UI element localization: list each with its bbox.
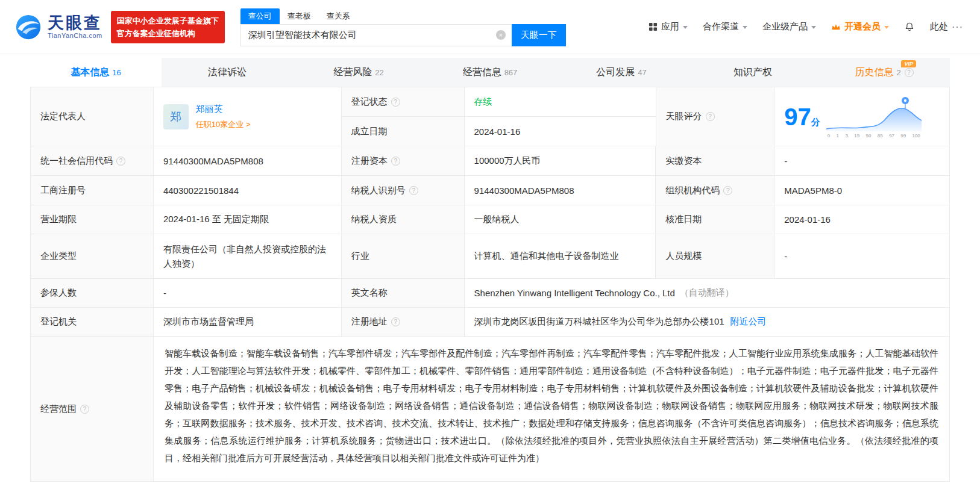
question-icon[interactable] [391,98,400,107]
paid-capital-value: - [774,146,949,176]
table-row: 工商注册号 440300221501844 纳税人识别号 91440300MAD… [31,176,949,205]
reg-number-label: 工商注册号 [31,176,154,205]
score-label: 天眼评分 [656,87,775,146]
question-icon[interactable] [409,186,418,195]
table-row: 参保人数 - 英文名称 Shenzhen Yinwang Intelligent… [31,279,949,308]
reg-authority-label: 登记机关 [31,308,154,337]
gov-certification-badge: 国家中小企业发展子基金旗下 官方备案企业征信机构 [111,11,225,43]
legal-rep-name-link[interactable]: 郑丽英 [196,104,251,115]
legal-rep-positions-link[interactable]: 任职10家企业 > [196,119,251,130]
tab-company-development[interactable]: 公司发展 47 [556,58,687,87]
nav-enterprise-label: 企业级产品 [762,21,808,33]
industry-label: 行业 [342,234,465,279]
business-scope-value: 智能车载设备制造；智能车载设备销售；汽车零部件研发；汽车零部件及配件制造；汽车零… [154,337,949,481]
reg-status-label: 登记状态 [342,87,465,117]
english-name-label: 英文名称 [342,279,465,308]
score-chart: 0131550859799100 [826,95,922,138]
chevron-down-icon [743,26,747,29]
tab-intellectual-property[interactable]: 知识产权 [687,58,818,87]
top-nav: 应用 合作渠道 企业级产品 开通会员 此处 ··· [649,21,963,33]
search-tab-company[interactable]: 查公司 [240,8,280,24]
vip-badge: VIP [901,60,916,67]
tab-basic-info[interactable]: 基本信息 16 [30,58,162,87]
taxpayer-id-label: 纳税人识别号 [342,176,465,205]
more-icon[interactable]: ··· [952,22,963,33]
search-input[interactable] [241,25,512,46]
table-row: 经营范围 智能车载设备制造；智能车载设备销售；汽车零部件研发；汽车零部件及配件制… [31,337,949,481]
nav-ad-label: 此处 [930,21,948,33]
nav-vip-upgrade[interactable]: 开通会员 [831,21,889,33]
org-code-label: 组织机构代码 [656,176,774,205]
nav-ad-slot[interactable]: 此处 ··· [930,21,963,33]
question-icon[interactable] [706,112,715,121]
credit-code-label: 统一社会信用代码 [31,146,154,176]
search-type-tabs: 查公司 查老板 查关系 [240,8,566,24]
search-block: 查公司 查老板 查关系 × 天眼一下 [240,8,566,46]
reg-authority-value: 深圳市市场监督管理局 [154,308,342,337]
staff-size-label: 人员规模 [656,234,774,279]
industry-value: 计算机、通信和其他电子设备制造业 [465,234,656,279]
approval-date-value: 2024-01-16 [774,205,949,234]
chevron-down-icon [884,26,889,29]
score-curve-chart [826,95,922,132]
score-axis: 0131550859799100 [826,133,922,138]
reg-status-value: 存续 [465,87,656,117]
taxpayer-id-value: 91440300MADA5PM808 [465,176,656,205]
score-value: 97分 [784,105,820,129]
tianyancha-logo[interactable]: 天眼查 TianYanCha.com [14,13,102,41]
nearby-companies-link[interactable]: 附近公司 [730,316,767,328]
search-input-wrap: × [240,24,512,46]
reg-capital-label: 注册资本 [342,146,465,176]
table-row: 统一社会信用代码 91440300MADA5PM808 注册资本 100000万… [31,146,949,176]
tab-history-info[interactable]: VIP 历史信息 2 [818,58,950,87]
score-cell: 97分 [774,87,949,146]
question-icon[interactable] [116,157,125,166]
search-tab-boss[interactable]: 查老板 [280,8,319,24]
nav-channel[interactable]: 合作渠道 [703,21,747,33]
legal-rep-label: 法定代表人 [31,87,154,146]
nav-channel-label: 合作渠道 [703,21,739,33]
tab-operation-risk[interactable]: 经营风险 22 [293,58,424,87]
tab-count: 22 [375,68,383,77]
chevron-down-icon [683,26,688,29]
table-row: 法定代表人 郑 郑丽英 任职10家企业 > 登记状态 存续 成立日期 2024-… [31,87,949,146]
tab-business-info[interactable]: 经营信息 867 [424,58,556,87]
reg-number-value: 440300221501844 [154,176,342,205]
clear-icon[interactable]: × [496,30,506,40]
table-row: 营业期限 2024-01-16 至 无固定期限 纳税人资质 一般纳税人 核准日期… [31,205,949,234]
apps-grid-icon [649,22,658,31]
business-scope-label: 经营范围 [31,337,154,481]
question-icon[interactable] [391,157,400,166]
search-tab-relation[interactable]: 查关系 [319,8,358,24]
gov-badge-line2: 官方备案企业征信机构 [117,27,219,40]
staff-size-value: - [774,234,949,279]
chevron-down-icon [811,26,816,29]
legal-rep-cell: 郑 郑丽英 任职10家企业 > [154,87,342,146]
taxpayer-quality-value: 一般纳税人 [465,205,656,234]
legal-rep-avatar[interactable]: 郑 [163,104,189,129]
question-icon[interactable] [80,405,89,414]
search-button[interactable]: 天眼一下 [512,24,566,46]
table-row: 企业类型 有限责任公司（非自然人投资或控股的法人独资） 行业 计算机、通信和其他… [31,234,949,279]
tab-legal-litigation[interactable]: 法律诉讼 [162,58,293,87]
credit-code-value: 91440300MADA5PM808 [154,146,342,176]
logo-eye-icon [14,13,42,41]
gov-badge-line1: 国家中小企业发展子基金旗下 [117,14,219,27]
business-term-value: 2024-01-16 至 无固定期限 [154,205,342,234]
nav-enterprise[interactable]: 企业级产品 [762,21,816,33]
org-code-value: MADA5PM8-0 [774,176,949,205]
reg-address-value: 深圳市龙岗区坂田街道万科城社区华为公司华为总部办公楼101 附近公司 [465,308,949,337]
tab-count: 867 [504,68,518,77]
establish-date-label: 成立日期 [342,117,465,146]
question-icon[interactable] [723,186,732,195]
nav-apps[interactable]: 应用 [649,21,688,33]
brand-name: 天眼查 [48,14,102,31]
question-icon[interactable] [391,317,400,326]
business-term-label: 营业期限 [31,205,154,234]
brand-domain: TianYanCha.com [48,32,102,39]
approval-date-label: 核准日期 [656,205,774,234]
question-icon[interactable] [905,68,914,77]
nav-vip-label: 开通会员 [844,21,881,33]
pin-icon [902,97,909,108]
nav-notifications[interactable] [904,22,915,33]
